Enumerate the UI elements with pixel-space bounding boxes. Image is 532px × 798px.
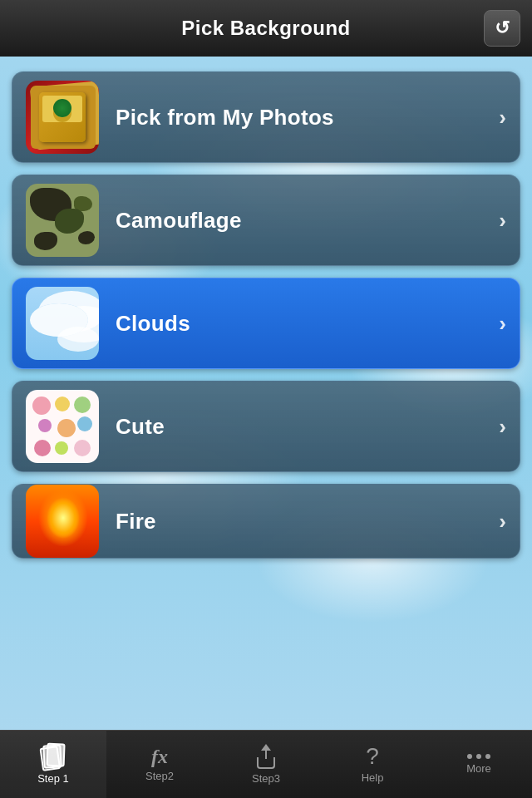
refresh-button[interactable]: ↺ — [484, 10, 520, 47]
dot — [467, 754, 472, 759]
thumb-photos — [26, 81, 99, 154]
tab-step1[interactable]: Step 1 — [0, 731, 106, 798]
refresh-icon: ↺ — [495, 17, 510, 39]
cute-dot — [55, 397, 70, 411]
chevron-icon-camouflage: › — [499, 208, 506, 234]
thumb-cute — [26, 390, 99, 463]
list-item-photos[interactable]: Pick from My Photos › — [12, 71, 520, 163]
share-icon — [254, 744, 278, 769]
tab-help[interactable]: ? Help — [319, 731, 426, 798]
list-item-label-fire: Fire — [116, 509, 492, 534]
chevron-icon-cute: › — [499, 414, 506, 440]
cute-dot — [74, 440, 91, 456]
tab-bar: Step 1 fx Step2 Step3 ? Help More — [0, 730, 532, 798]
tab-more[interactable]: More — [426, 731, 532, 798]
share-box — [257, 757, 275, 769]
dots-icon — [467, 754, 490, 759]
tab-label-step3: Step3 — [252, 772, 280, 785]
cute-dot — [34, 440, 51, 456]
thumb-clouds — [26, 287, 99, 360]
cute-dot — [74, 397, 91, 413]
cute-dot — [32, 397, 51, 415]
step1-icon — [40, 744, 66, 769]
chevron-icon-fire: › — [499, 509, 506, 534]
cute-dot — [55, 441, 68, 455]
list-item-cute[interactable]: Cute › — [12, 381, 520, 472]
cute-dot — [38, 419, 52, 432]
main-content: Pick from My Photos › Camouflage › Cloud… — [0, 57, 532, 559]
list-item-label-photos: Pick from My Photos — [116, 105, 492, 131]
camo-spot — [74, 196, 92, 211]
page-title: Pick Background — [181, 17, 351, 40]
dot — [476, 754, 481, 759]
tab-step2[interactable]: fx Step2 — [106, 731, 213, 798]
camo-spot — [34, 232, 57, 250]
chevron-icon-photos: › — [499, 105, 506, 131]
chevron-icon-clouds: › — [499, 311, 506, 337]
fx-icon: fx — [151, 746, 168, 766]
list-item-fire[interactable]: Fire › — [12, 484, 520, 559]
dot — [485, 754, 490, 759]
camo-spot — [78, 231, 95, 244]
thumb-fire — [26, 485, 99, 558]
tab-label-help: Help — [362, 771, 384, 784]
tab-label-step1: Step 1 — [37, 772, 69, 785]
tab-step3[interactable]: Step3 — [213, 731, 319, 798]
tab-label-step2: Step2 — [145, 770, 174, 782]
list-item-label-camouflage: Camouflage — [116, 208, 492, 234]
thumb-camouflage — [26, 184, 99, 257]
list-item-label-cute: Cute — [116, 414, 492, 440]
list-item-label-clouds: Clouds — [116, 311, 492, 337]
list-item-camouflage[interactable]: Camouflage › — [12, 175, 520, 266]
tab-label-more: More — [466, 762, 491, 775]
help-icon: ? — [366, 745, 379, 768]
header: Pick Background ↺ — [0, 0, 532, 57]
cute-dot — [57, 419, 76, 437]
list-item-clouds[interactable]: Clouds › — [12, 278, 520, 369]
cute-dot — [77, 416, 92, 431]
page-layer — [47, 743, 66, 767]
